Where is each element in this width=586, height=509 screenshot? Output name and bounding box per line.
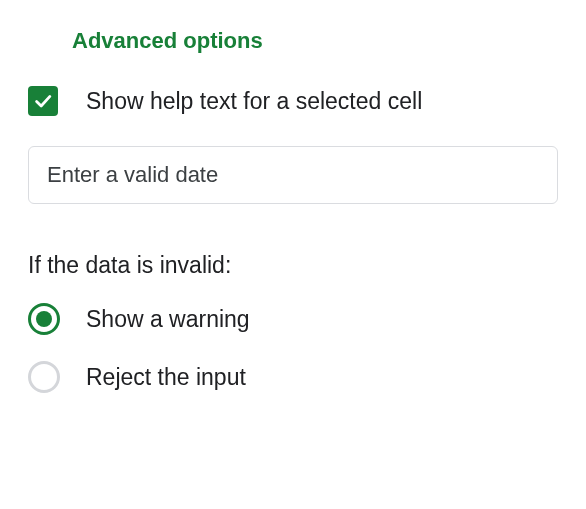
radio-show-warning[interactable] (28, 303, 60, 335)
advanced-options-heading[interactable]: Advanced options (72, 28, 558, 54)
radio-show-warning-label: Show a warning (86, 306, 250, 333)
checkmark-icon (32, 90, 54, 112)
show-help-text-label: Show help text for a selected cell (86, 88, 422, 115)
radio-option-reject-input[interactable]: Reject the input (28, 361, 558, 393)
help-text-input[interactable] (28, 146, 558, 204)
invalid-data-heading: If the data is invalid: (28, 252, 558, 279)
radio-reject-input[interactable] (28, 361, 60, 393)
show-help-text-row[interactable]: Show help text for a selected cell (28, 86, 558, 116)
radio-reject-input-label: Reject the input (86, 364, 246, 391)
radio-option-show-warning[interactable]: Show a warning (28, 303, 558, 335)
show-help-text-checkbox[interactable] (28, 86, 58, 116)
